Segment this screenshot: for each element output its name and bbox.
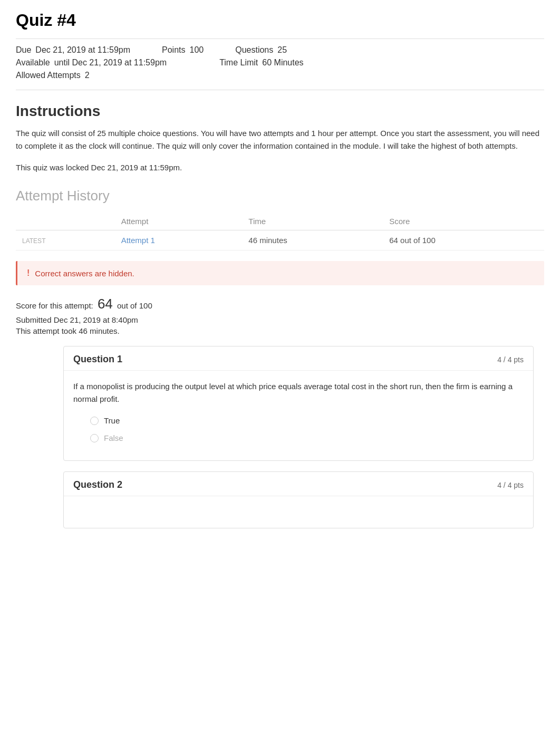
due-label: Due [16, 45, 31, 55]
time-limit-value: 60 Minutes [262, 58, 303, 67]
option-row-false: False [90, 433, 524, 442]
points-value: 100 [190, 45, 204, 55]
questions-label: Questions [235, 45, 273, 55]
allowed-attempts-label: Allowed Attempts [16, 71, 81, 80]
col-header-score: Score [383, 213, 544, 230]
quiz-meta: Due Dec 21, 2019 at 11:59pm Points 100 Q… [16, 38, 544, 90]
table-row: LATEST Attempt 1 46 minutes 64 out of 10… [16, 230, 544, 250]
allowed-attempts-value: 2 [85, 71, 90, 80]
attempt-link[interactable]: Attempt 1 [121, 236, 155, 245]
col-header-time: Time [242, 213, 383, 230]
question-1-options: True False [64, 411, 533, 460]
available-label: Available [16, 58, 50, 67]
question-header-1: Question 1 4 / 4 pts [64, 346, 533, 371]
attempt-score-cell: 64 out of 100 [383, 230, 544, 250]
question-box-1: Question 1 4 / 4 pts If a monopolist is … [63, 346, 534, 461]
submitted-info: Submitted Dec 21, 2019 at 8:40pm [16, 315, 544, 324]
attempt-time-info: This attempt took 46 minutes. [16, 326, 544, 335]
available-value: until Dec 21, 2019 at 11:59pm [54, 58, 167, 67]
question-1-title: Question 1 [73, 354, 122, 365]
due-value: Dec 21, 2019 at 11:59pm [35, 45, 130, 55]
alert-text: Correct answers are hidden. [35, 269, 134, 278]
score-suffix: out of 100 [117, 301, 152, 310]
col-header-attempt: Attempt [115, 213, 243, 230]
alert-icon: ! [27, 268, 30, 278]
points-label: Points [162, 45, 185, 55]
score-prefix: Score for this attempt: [16, 301, 93, 310]
question-box-2: Question 2 4 / 4 pts [63, 471, 534, 528]
attempt-time-cell: 46 minutes [242, 230, 383, 250]
instructions-title: Instructions [16, 103, 544, 120]
questions-value: 25 [277, 45, 287, 55]
score-section: Score for this attempt: 64 out of 100 [16, 296, 544, 312]
question-1-pts: 4 / 4 pts [497, 355, 524, 364]
instructions-text: The quiz will consist of 25 multiple cho… [16, 127, 544, 152]
question-2-title: Question 2 [73, 479, 122, 490]
option-label-false: False [104, 433, 123, 442]
radio-false[interactable] [90, 434, 99, 442]
attempt-history-title: Attempt History [16, 188, 544, 204]
question-2-pts: 4 / 4 pts [497, 481, 524, 489]
option-label-true: True [104, 416, 120, 425]
radio-true[interactable] [90, 417, 99, 425]
time-limit-label: Time Limit [219, 58, 258, 67]
attempt-history-table: Attempt Time Score LATEST Attempt 1 46 m… [16, 213, 544, 250]
lock-notice: This quiz was locked Dec 21, 2019 at 11:… [16, 163, 544, 172]
score-number: 64 [98, 296, 113, 312]
question-header-2: Question 2 4 / 4 pts [64, 472, 533, 496]
col-header-label [16, 213, 115, 230]
alert-box: ! Correct answers are hidden. [16, 261, 544, 285]
question-1-body: If a monopolist is producing the output … [64, 371, 533, 411]
question-2-body [64, 496, 533, 528]
quiz-title: Quiz #4 [16, 11, 544, 30]
option-row-true: True [90, 416, 524, 425]
latest-label: LATEST [22, 237, 45, 245]
